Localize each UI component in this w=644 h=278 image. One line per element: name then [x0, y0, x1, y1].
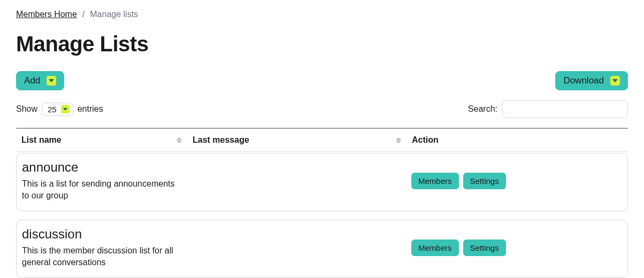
- column-header-last-message-label: Last message: [193, 135, 249, 145]
- cell-name: announce This is a list for sending anno…: [22, 160, 193, 202]
- entries-select[interactable]: 25: [42, 103, 73, 116]
- sort-icon: [396, 136, 401, 144]
- members-button[interactable]: Members: [411, 240, 459, 256]
- entries-label: entries: [78, 104, 103, 114]
- search-label: Search:: [468, 104, 497, 114]
- caret-down-icon: [61, 105, 70, 113]
- show-label: Show: [16, 104, 37, 114]
- column-header-last-message[interactable]: Last message: [193, 135, 412, 145]
- table-header-row: List name Last message Action: [16, 129, 628, 152]
- page-title: Manage Lists: [16, 32, 628, 56]
- download-button-label: Download: [563, 75, 604, 86]
- members-button[interactable]: Members: [411, 173, 459, 189]
- download-button[interactable]: Download: [555, 71, 628, 90]
- column-header-name-label: List name: [21, 135, 62, 145]
- column-header-name[interactable]: List name: [21, 135, 193, 145]
- search-input[interactable]: [502, 100, 628, 118]
- add-button-label: Add: [24, 75, 40, 86]
- breadcrumb: Members Home / Manage lists: [16, 10, 628, 19]
- lists-table: List name Last message Action announce T…: [16, 128, 628, 278]
- table-row: announce This is a list for sending anno…: [16, 153, 628, 211]
- cell-name: discussion This is the member discussion…: [22, 227, 193, 269]
- search-control: Search:: [468, 100, 628, 118]
- breadcrumb-home-link[interactable]: Members Home: [16, 10, 77, 19]
- add-button[interactable]: Add: [16, 71, 64, 90]
- column-header-action: Action: [412, 135, 623, 145]
- list-description: This is the member discussion list for a…: [22, 245, 182, 269]
- column-header-action-label: Action: [412, 135, 439, 145]
- entries-select-value: 25: [48, 105, 57, 114]
- table-controls: Show 25 entries Search:: [16, 100, 628, 118]
- entries-length-control: Show 25 entries: [16, 103, 103, 116]
- settings-button[interactable]: Settings: [463, 173, 506, 189]
- list-name[interactable]: announce: [22, 160, 182, 175]
- breadcrumb-separator: /: [82, 10, 85, 19]
- toolbar: Add Download: [16, 71, 628, 90]
- caret-down-icon: [47, 76, 56, 86]
- settings-button[interactable]: Settings: [463, 240, 506, 256]
- list-name[interactable]: discussion: [22, 227, 182, 242]
- breadcrumb-current: Manage lists: [90, 10, 138, 19]
- list-description: This is a list for sending announcements…: [22, 178, 182, 202]
- cell-action: Members Settings: [411, 173, 622, 189]
- sort-icon: [177, 136, 182, 144]
- cell-action: Members Settings: [411, 240, 622, 256]
- caret-down-icon: [610, 76, 620, 86]
- table-row: discussion This is the member discussion…: [16, 220, 628, 278]
